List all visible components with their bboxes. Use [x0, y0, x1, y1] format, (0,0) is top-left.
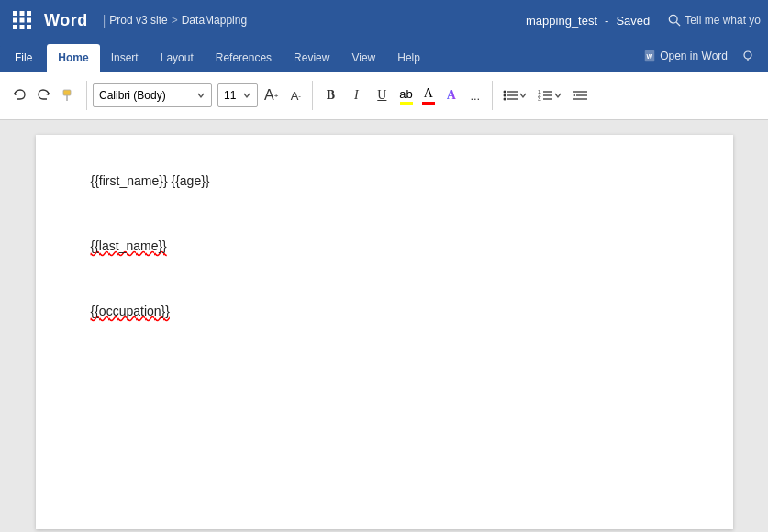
tab-file[interactable]: File — [0, 44, 47, 72]
lightbulb-icon — [740, 49, 755, 63]
redo-icon — [37, 88, 51, 103]
highlight-button-group: ab — [395, 85, 416, 106]
breadcrumb: Prod v3 site > DataMapping — [109, 14, 247, 27]
numbered-list-icon: 1. 2. 3. — [538, 88, 554, 103]
font-size-selector[interactable]: 11 — [217, 83, 258, 107]
bullet-list-chevron-icon — [519, 92, 527, 99]
svg-point-19 — [503, 94, 506, 97]
font-name-chevron-icon — [196, 91, 206, 100]
bold-button[interactable]: B — [318, 83, 342, 107]
ribbon-tabs-row: File Home Insert Layout References Revie… — [0, 40, 768, 72]
divider-2 — [312, 81, 313, 110]
line-2-text[interactable]: {{last_name}} — [91, 238, 167, 253]
tab-insert[interactable]: Insert — [100, 44, 150, 72]
svg-rect-8 — [27, 25, 31, 29]
search-area[interactable]: Tell me what yo — [668, 14, 761, 27]
file-name: mapping_test — [526, 14, 597, 28]
svg-rect-5 — [27, 18, 31, 23]
svg-rect-1 — [20, 11, 25, 16]
svg-text:3.: 3. — [538, 96, 541, 102]
app-name: Word — [44, 11, 88, 30]
search-icon — [668, 14, 681, 27]
outdent-icon — [573, 88, 589, 103]
font-size-chevron-icon — [242, 91, 251, 100]
redo-button[interactable] — [32, 81, 56, 110]
font-color-button-group: A — [418, 84, 439, 106]
italic-button[interactable]: I — [344, 83, 368, 107]
svg-rect-15 — [63, 90, 71, 95]
tab-layout[interactable]: Layout — [150, 44, 205, 72]
ribbon: File Home Insert Layout References Revie… — [0, 40, 768, 120]
document-area: {{first_name}} {{age}} {{last_name}} {{o… — [0, 120, 768, 532]
outdent-button[interactable] — [568, 81, 594, 110]
svg-point-21 — [503, 98, 506, 101]
font-grow-button[interactable]: A+ — [260, 81, 283, 110]
undo-icon — [12, 88, 27, 103]
more-options-button[interactable]: ... — [464, 81, 486, 110]
app-grid-icon[interactable] — [7, 6, 37, 35]
svg-rect-3 — [13, 18, 17, 23]
search-label[interactable]: Tell me what yo — [685, 14, 761, 27]
svg-text:W: W — [647, 53, 653, 60]
bullet-list-icon — [503, 88, 519, 103]
svg-rect-7 — [20, 25, 25, 29]
svg-point-13 — [744, 51, 751, 59]
numbered-list-chevron-icon — [554, 92, 562, 99]
svg-rect-6 — [13, 25, 17, 29]
text-effects-button[interactable]: A — [440, 81, 462, 110]
title-bar: Word | Prod v3 site > DataMapping mappin… — [0, 0, 768, 40]
document-page[interactable]: {{first_name}} {{age}} {{last_name}} {{o… — [36, 135, 733, 529]
svg-rect-2 — [27, 11, 31, 16]
line-1: {{first_name}} {{age}} — [91, 172, 678, 191]
tab-references[interactable]: References — [205, 44, 283, 72]
breadcrumb-site[interactable]: Prod v3 site — [109, 14, 167, 27]
tab-review[interactable]: Review — [283, 44, 340, 72]
tab-right-area: W Open in Word — [636, 40, 768, 72]
divider-1 — [86, 81, 87, 110]
font-color-label[interactable]: A — [424, 86, 433, 101]
line-2: {{last_name}} — [91, 237, 678, 256]
breadcrumb-arrow: > — [172, 14, 178, 27]
ribbon-toolbar: Calibri (Body) 11 A+ A- B I U ab — [0, 72, 768, 119]
highlight-swatch — [400, 102, 413, 105]
highlight-label[interactable]: ab — [399, 87, 412, 101]
font-size-label: 11 — [224, 89, 236, 102]
underline-label[interactable]: U — [377, 88, 386, 103]
file-separator: - — [605, 14, 608, 28]
document-content: {{first_name}} {{age}} {{last_name}} {{o… — [91, 172, 678, 321]
line-1-text[interactable]: {{first_name}} {{age}} — [91, 173, 210, 188]
svg-rect-0 — [13, 11, 17, 16]
numbered-list-button[interactable]: 1. 2. 3. — [533, 81, 566, 110]
svg-rect-4 — [20, 18, 25, 23]
line-3-text[interactable]: {{occupation}} — [91, 304, 170, 318]
saved-label: Saved — [616, 14, 650, 28]
font-name-label: Calibri (Body) — [99, 89, 166, 102]
svg-line-10 — [676, 22, 680, 26]
font-shrink-button[interactable]: A- — [284, 81, 306, 110]
title-pipe: | — [103, 13, 106, 28]
format-painter-button[interactable] — [57, 81, 81, 110]
font-name-selector[interactable]: Calibri (Body) — [93, 83, 212, 107]
bullet-list-button[interactable] — [498, 81, 531, 110]
open-in-word-label: Open in Word — [660, 50, 728, 62]
tab-view[interactable]: View — [340, 44, 386, 72]
tab-home[interactable]: Home — [47, 44, 99, 72]
underline-button-group: U — [370, 83, 394, 107]
help-icon-btn[interactable] — [735, 45, 761, 67]
line-3: {{occupation}} — [91, 302, 678, 321]
open-in-word-button[interactable]: W Open in Word — [636, 46, 735, 66]
text-effects-icon: A — [447, 88, 456, 103]
breadcrumb-folder[interactable]: DataMapping — [182, 14, 247, 27]
format-painter-icon — [61, 88, 76, 103]
file-info: mapping_test - Saved — [526, 14, 650, 28]
font-color-swatch — [422, 102, 435, 105]
tab-help[interactable]: Help — [386, 44, 431, 72]
undo-redo-group — [7, 81, 81, 110]
word-icon: W — [643, 50, 656, 62]
divider-3 — [492, 81, 493, 110]
svg-point-9 — [670, 15, 678, 23]
svg-point-17 — [503, 91, 506, 94]
undo-button[interactable] — [7, 81, 31, 110]
